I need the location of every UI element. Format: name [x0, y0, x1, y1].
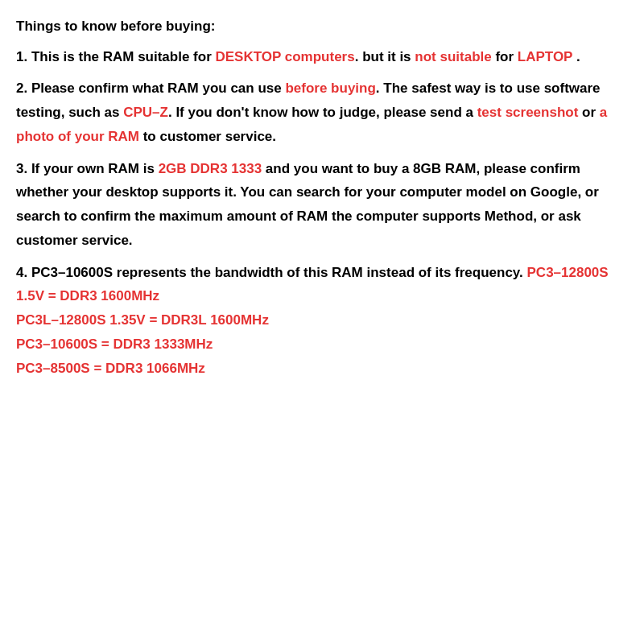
section-2: 2. Please confirm what RAM you can use b… — [16, 76, 628, 148]
s1-laptop: LAPTOP — [518, 49, 572, 64]
s1-text3: for — [492, 49, 518, 64]
main-heading: Things to know before buying: — [16, 16, 628, 37]
main-content: Things to know before buying: 1. This is… — [16, 16, 628, 380]
section-3: 3. If your own RAM is 2GB DDR3 1333 and … — [16, 157, 628, 253]
s3-ram-spec: 2GB DDR3 1333 — [159, 161, 262, 176]
s4-text1: 4. PC3–10600S represents the bandwidth o… — [16, 265, 527, 280]
s2-cpuz: CPU–Z — [123, 105, 168, 120]
s2-text3: . If you don't know how to judge, please… — [168, 105, 477, 120]
section-1: 1. This is the RAM suitable for DESKTOP … — [16, 45, 628, 69]
s1-not-suitable: not suitable — [415, 49, 491, 64]
s3-text1: 3. If your own RAM is — [16, 161, 159, 176]
s1-text1: 1. This is the RAM suitable for — [16, 49, 215, 64]
s1-desktop: DESKTOP computers — [215, 49, 354, 64]
s1-text4: . — [572, 49, 580, 64]
s2-before-buying: before buying — [285, 80, 375, 96]
section-4: 4. PC3–10600S represents the bandwidth o… — [16, 261, 628, 381]
s4-spec2: PC3L–12800S 1.35V = DDR3L 1600MHz — [16, 312, 269, 328]
s2-test-screenshot: test screenshot — [477, 105, 579, 120]
s2-text1: 2. Please confirm what RAM you can use — [16, 80, 285, 96]
s2-text4: to customer service. — [139, 129, 276, 144]
s4-spec4: PC3–8500S = DDR3 1066MHz — [16, 361, 205, 376]
s1-text2: . but it is — [355, 49, 415, 64]
s2-or: or — [578, 105, 599, 120]
s4-spec3: PC3–10600S = DDR3 1333MHz — [16, 336, 213, 352]
